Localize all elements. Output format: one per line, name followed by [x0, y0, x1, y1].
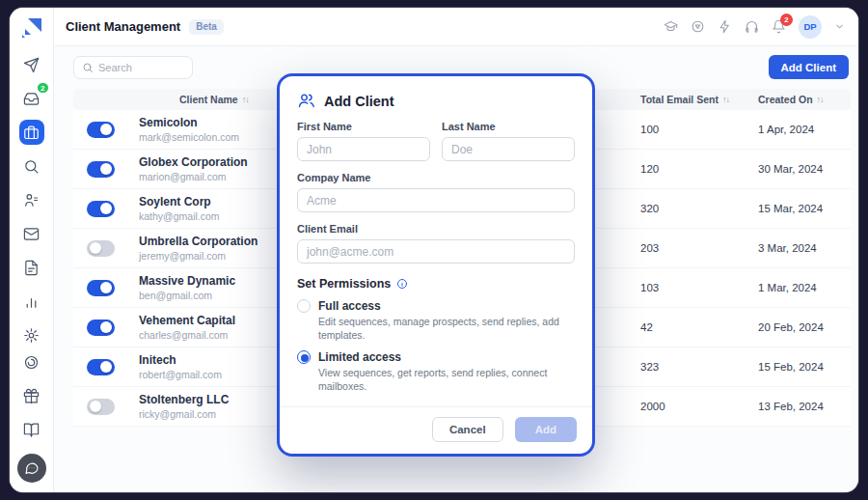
gear-icon — [23, 327, 40, 344]
created-on-value: 30 Mar, 2024 — [746, 163, 851, 175]
smartlead-logo-icon — [20, 16, 43, 40]
beta-badge: Beta — [189, 19, 224, 35]
limited-access-label: Limited access — [318, 350, 401, 364]
full-access-label: Full access — [318, 299, 381, 313]
first-name-label: First Name — [297, 121, 430, 132]
client-enabled-toggle[interactable] — [87, 122, 115, 138]
topbar: Client Management Beta 2 DP — [54, 8, 858, 46]
sidebar-item-clients[interactable] — [19, 120, 44, 145]
cancel-button[interactable]: Cancel — [432, 417, 503, 442]
add-button[interactable]: Add — [515, 417, 577, 442]
sort-icon[interactable] — [817, 95, 824, 104]
sidebar-item-email[interactable] — [19, 221, 44, 246]
sidebar-item-prospects[interactable] — [19, 187, 44, 212]
lightning-icon — [718, 19, 732, 34]
send-icon — [23, 57, 40, 73]
client-enabled-toggle[interactable] — [87, 280, 115, 296]
chat-bubble-icon — [24, 460, 40, 476]
sidebar-item-campaigns[interactable] — [19, 52, 44, 77]
created-on-value: 3 Mar, 2024 — [746, 242, 851, 254]
total-email-sent-value: 103 — [629, 282, 746, 293]
client-enabled-toggle[interactable] — [87, 161, 115, 178]
avatar[interactable]: DP — [799, 15, 822, 39]
first-name-field[interactable] — [297, 137, 430, 161]
created-on-value: 20 Feb, 2024 — [746, 321, 851, 333]
client-enabled-toggle[interactable] — [87, 399, 115, 415]
info-icon[interactable] — [396, 278, 408, 290]
support-button[interactable] — [745, 19, 759, 34]
sidebar: 2 — [10, 8, 54, 492]
app-window: 2 — [10, 8, 858, 492]
circle-badge-icon — [691, 19, 705, 34]
modal-header: Add Client — [297, 92, 575, 110]
last-name-label: Last Name — [442, 121, 575, 132]
client-enabled-toggle[interactable] — [87, 201, 115, 217]
graduation-cap-icon — [664, 19, 678, 34]
modal-title: Add Client — [324, 94, 394, 109]
client-email-label: Client Email — [297, 223, 575, 235]
bar-chart-icon — [23, 293, 40, 310]
full-access-option[interactable]: Full access Edit sequences, manage prosp… — [297, 299, 575, 342]
chat-widget-button[interactable] — [17, 454, 46, 483]
company-name-label: Compay Name — [297, 172, 575, 183]
search-input[interactable] — [98, 62, 184, 73]
full-access-description: Edit sequences, manage prospects, send r… — [318, 316, 575, 342]
search-box[interactable] — [73, 56, 193, 79]
sidebar-item-templates[interactable] — [19, 255, 44, 280]
sidebar-item-search[interactable] — [19, 153, 44, 179]
created-on-value: 1 Mar, 2024 — [746, 282, 851, 293]
document-icon — [23, 260, 40, 276]
sidebar-item-rewards[interactable] — [19, 383, 44, 408]
add-client-modal: Add Client First Name Last Name Compay N… — [277, 73, 595, 457]
created-on-value: 15 Feb, 2024 — [746, 361, 851, 373]
chevron-down-icon — [834, 21, 845, 32]
account-menu-button[interactable] — [834, 21, 845, 32]
search-icon — [23, 158, 40, 175]
book-icon — [23, 422, 40, 438]
full-access-radio[interactable] — [297, 299, 311, 313]
sort-icon[interactable] — [242, 95, 249, 104]
add-client-button[interactable]: Add Client — [769, 55, 850, 79]
last-name-field[interactable] — [442, 137, 575, 161]
total-email-sent-value: 203 — [629, 242, 746, 254]
limited-access-description: View sequences, get reports, send replie… — [318, 367, 575, 393]
limited-access-option[interactable]: Limited access View sequences, get repor… — [297, 350, 575, 393]
sidebar-item-resources[interactable] — [19, 417, 44, 442]
column-header-total-email-sent[interactable]: Total Email Sent — [629, 94, 746, 105]
total-email-sent-value: 2000 — [629, 401, 746, 412]
envelope-icon — [23, 226, 40, 242]
rewards-button[interactable] — [691, 19, 705, 34]
academy-button[interactable] — [664, 19, 678, 34]
modal-footer: Cancel Add — [280, 406, 592, 454]
total-email-sent-value: 100 — [629, 124, 746, 135]
notifications-button[interactable]: 2 — [772, 19, 786, 34]
column-header-created-on[interactable]: Created On — [746, 94, 851, 105]
total-email-sent-value: 42 — [629, 321, 746, 333]
page-title: Client Management — [66, 19, 180, 34]
sidebar-item-analytics[interactable] — [19, 289, 44, 314]
briefcase-icon — [23, 125, 40, 141]
created-on-value: 1 Apr, 2024 — [746, 124, 851, 135]
company-name-field[interactable] — [297, 188, 575, 212]
sort-icon[interactable] — [722, 95, 729, 104]
sidebar-item-settings[interactable] — [19, 322, 44, 347]
client-email-field[interactable] — [297, 239, 575, 264]
users-icon — [297, 92, 315, 110]
set-permissions-title: Set Permissions — [297, 277, 391, 291]
people-list-icon — [23, 192, 40, 208]
search-icon — [82, 62, 94, 73]
client-enabled-toggle[interactable] — [87, 240, 115, 257]
created-on-value: 15 Mar, 2024 — [746, 203, 851, 214]
notification-badge: 2 — [780, 14, 793, 26]
created-on-value: 13 Feb, 2024 — [746, 401, 851, 412]
upgrade-button[interactable] — [718, 19, 732, 34]
client-enabled-toggle[interactable] — [87, 359, 115, 375]
inbox-badge: 2 — [37, 82, 48, 94]
total-email-sent-value: 323 — [629, 361, 746, 373]
headphones-icon — [745, 19, 759, 34]
inbox-icon — [23, 91, 40, 107]
limited-access-radio[interactable] — [297, 350, 311, 364]
sidebar-item-inbox[interactable]: 2 — [19, 86, 44, 111]
sidebar-item-updates[interactable] — [19, 349, 44, 375]
client-enabled-toggle[interactable] — [87, 319, 115, 336]
